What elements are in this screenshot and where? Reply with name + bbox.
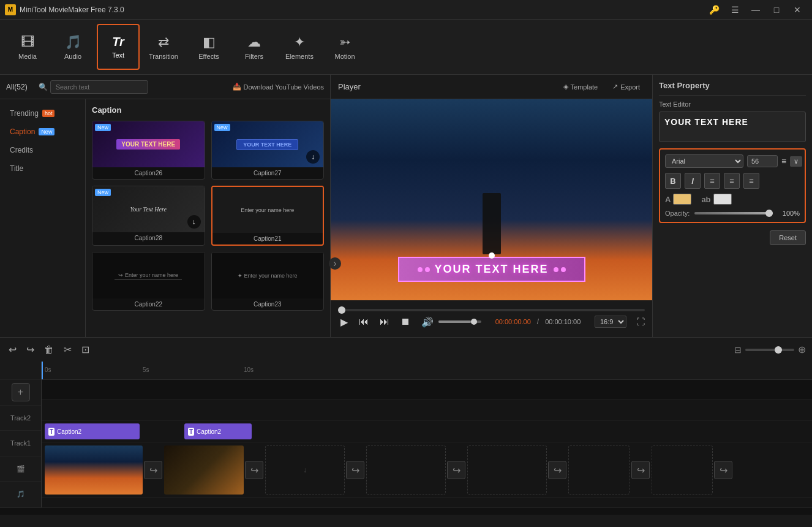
sidebar-item-title[interactable]: Title (0, 159, 85, 178)
toolbar-elements[interactable]: ✦ Elements (278, 24, 321, 70)
italic-button[interactable]: I (685, 173, 701, 189)
caption-card-22[interactable]: ↪ Enter your name here Caption22 (92, 252, 205, 311)
transition-arrow-3[interactable]: ↪ (346, 461, 364, 479)
toolbar-effects[interactable]: ◧ Effects (187, 24, 230, 70)
cut-button[interactable]: ✂ (61, 341, 74, 358)
volume-icon[interactable]: 🔊 (419, 315, 436, 329)
text-editor-box[interactable]: YOUR TEXT HERE (659, 112, 806, 142)
player-controls: ▶ ⏮ ⏭ ⏹ 🔊 00:00:00.00 / 00:00:10:00 16:9… (331, 300, 652, 337)
prev-button[interactable]: ⏮ (356, 315, 371, 328)
toolbar-filters[interactable]: ☁ Filters (233, 24, 276, 70)
panel-collapse-button[interactable]: › (329, 257, 341, 270)
sidebar-item-trending[interactable]: Trending hot (0, 104, 85, 123)
video-clip-2[interactable] (164, 445, 244, 495)
download-icon-28[interactable]: ↓ (187, 215, 201, 229)
download-icon-27[interactable]: ↓ (306, 150, 320, 164)
crop-button[interactable]: ⊡ (79, 341, 92, 358)
caption-grid-area: Caption New YOUR TEXT HERE Caption26 (86, 99, 330, 337)
minimize-button[interactable]: — (746, 0, 765, 20)
transition-arrow-6[interactable]: ↪ (631, 461, 650, 479)
caption-card-27[interactable]: New YOUR TEXT HERE ↓ Caption27 (211, 121, 325, 180)
playhead[interactable] (42, 362, 43, 379)
toolbar-text[interactable]: Tr Text (97, 24, 140, 70)
download-youtube-button[interactable]: 📥 Download YouTube Videos (233, 83, 325, 91)
volume-slider[interactable] (438, 320, 481, 323)
align-left-button[interactable]: ≡ (704, 173, 720, 189)
opacity-thumb[interactable] (765, 210, 773, 217)
transform-handle-top[interactable] (489, 252, 495, 259)
caption-clip-1[interactable]: T Caption2 (45, 423, 140, 439)
arrow-icon-2: ↪ (250, 464, 258, 476)
video-text-overlay[interactable]: YOUR TEXT HERE (397, 257, 585, 282)
transition-arrow-4[interactable]: ↪ (447, 461, 465, 479)
format-row3: A ab (665, 194, 800, 205)
play-button[interactable]: ▶ (338, 315, 350, 329)
caption-thumb-22: ↪ Enter your name here (92, 252, 205, 298)
tracks-area: T Caption2 T Caption2 ↪ (42, 380, 812, 507)
caption-card-28[interactable]: New Your Text Here ↓ Caption28 (92, 186, 205, 246)
export-button[interactable]: ↗ Export (607, 81, 645, 93)
key-icon[interactable]: 🔑 (704, 0, 724, 20)
font-family-select[interactable]: Arial Times New Roman Helvetica (665, 154, 743, 168)
undo-button[interactable]: ↩ (6, 341, 19, 358)
sidebar-item-caption[interactable]: Caption New (0, 123, 85, 141)
bold-button[interactable]: B (665, 173, 681, 189)
caption-21-text: Enter your name here (237, 207, 298, 213)
stop-button[interactable]: ⏹ (398, 315, 413, 328)
caption-clip-2[interactable]: T Caption2 (184, 423, 252, 439)
transition-arrow-2[interactable]: ↪ (245, 461, 263, 479)
caption-card-26[interactable]: New YOUR TEXT HERE Caption26 (92, 121, 205, 180)
add-track-button[interactable]: + (12, 383, 30, 401)
arrow-icon-1: ↪ (149, 464, 157, 476)
trending-badge: hot (42, 110, 55, 117)
progress-bar[interactable] (338, 309, 645, 311)
filters-label: Filters (245, 53, 263, 60)
align-center-button[interactable]: ≡ (724, 173, 740, 189)
zoom-slider[interactable] (745, 349, 794, 351)
template-button[interactable]: ◈ Template (558, 81, 603, 93)
caption-card-21[interactable]: Enter your name here Caption21 (211, 186, 325, 246)
download-label: Download YouTube Videos (244, 83, 325, 91)
sidebar-item-credits[interactable]: Credits (0, 141, 85, 159)
transition-arrow-5[interactable]: ↪ (548, 461, 566, 479)
video-figure (483, 193, 501, 254)
search-input[interactable] (50, 80, 148, 94)
close-button[interactable]: ✕ (788, 0, 807, 20)
time-total: 00:00:10:00 (545, 318, 581, 325)
maximize-button[interactable]: □ (767, 0, 786, 20)
transition-arrow-7[interactable]: ↪ (714, 461, 732, 479)
redo-button[interactable]: ↪ (24, 341, 37, 358)
reset-button[interactable]: Reset (770, 230, 806, 245)
delete-button[interactable]: 🗑 (42, 342, 56, 358)
align-right-button[interactable]: ≡ (743, 173, 759, 189)
ruler-mark-10: 10s (244, 366, 254, 373)
menu-icon[interactable]: ☰ (725, 0, 745, 20)
opacity-fill (694, 212, 773, 214)
toolbar-transition[interactable]: ⇄ Transition (142, 24, 185, 70)
zoom-thumb[interactable] (775, 346, 782, 354)
toolbar-media[interactable]: 🎞 Media (6, 24, 49, 70)
opacity-slider[interactable] (694, 212, 773, 214)
toolbar-motion[interactable]: ➳ Motion (323, 24, 366, 70)
search-icon: 🔍 (39, 83, 48, 91)
expand-button[interactable]: ∨ (790, 156, 802, 167)
toolbar-audio[interactable]: 🎵 Audio (51, 24, 94, 70)
caption-card-23[interactable]: ✦ Enter your name here Caption23 (211, 252, 325, 311)
font-color-swatch[interactable] (673, 194, 691, 205)
format-row1: Arial Times New Roman Helvetica ≡ ∨ (665, 154, 800, 168)
fullscreen-button[interactable]: ⛶ (636, 317, 645, 327)
timeline-scrollbar[interactable] (0, 507, 812, 515)
text-bg-swatch[interactable] (713, 194, 732, 205)
font-size-input[interactable] (747, 155, 778, 167)
ruler-spacer (0, 362, 41, 380)
video-clip-1[interactable] (45, 445, 143, 495)
aspect-ratio-select[interactable]: 16:9 9:16 1:1 4:3 (595, 316, 626, 328)
zoom-in-icon[interactable]: ⊕ (798, 344, 806, 355)
time-separator: / (537, 317, 539, 326)
progress-thumb[interactable] (338, 306, 345, 314)
transition-arrow-1[interactable]: ↪ (144, 461, 162, 479)
zoom-out-icon[interactable]: ⊟ (734, 345, 742, 355)
caption-thumb-21: Enter your name here (212, 187, 323, 233)
timeline-ruler: 0s 5s 10s (42, 362, 812, 380)
next-button[interactable]: ⏭ (377, 315, 392, 328)
